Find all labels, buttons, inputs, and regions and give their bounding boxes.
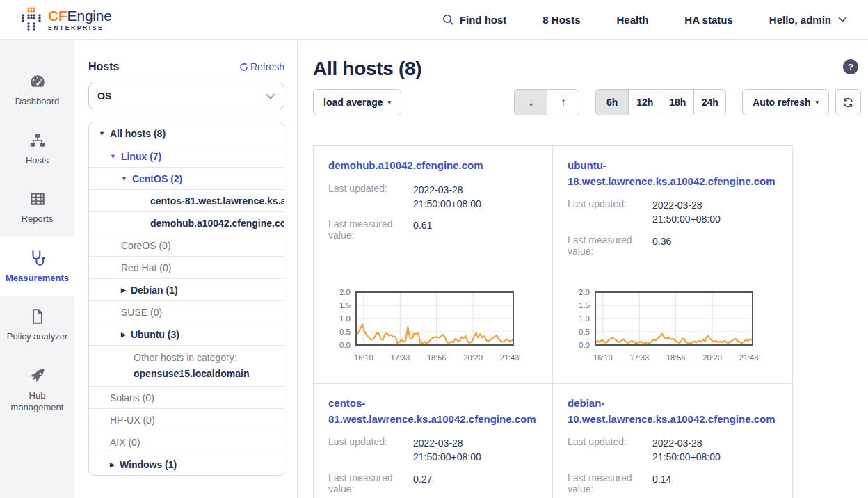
- svg-text:18:56: 18:56: [427, 353, 447, 362]
- last-updated-label: Last updated:: [568, 436, 652, 465]
- tree-item-redhat[interactable]: Red Hat (0): [89, 256, 284, 278]
- user-menu[interactable]: Hello, admin: [769, 14, 847, 26]
- caret-right-icon: ▶: [110, 461, 115, 468]
- brand-cf: CF: [48, 8, 67, 24]
- tree-label: Solaris (0): [110, 392, 154, 403]
- host-link[interactable]: ubuntu-18.west.lawrence.ks.a10042.cfengi…: [568, 158, 778, 189]
- find-host-label: Find host: [460, 14, 507, 26]
- cfengine-logo[interactable]: CFEngine ENTERPRISE: [21, 6, 112, 33]
- nav-hosts-count[interactable]: 8 Hosts: [542, 14, 580, 26]
- sort-direction-group: ↓ ↑: [514, 89, 579, 115]
- main-content: All hosts (8) ? load average ▾ ↓ ↑ 6h 12…: [298, 40, 868, 498]
- time-range-18h[interactable]: 18h: [661, 89, 693, 115]
- stethoscope-icon: [29, 249, 47, 267]
- metric-dropdown[interactable]: load average ▾: [313, 89, 401, 115]
- other-hosts-label: Other hosts in category:: [134, 352, 237, 363]
- last-measured-value: 0.14: [652, 472, 757, 495]
- caret-right-icon: ▶: [121, 287, 126, 294]
- brand-text: CFEngine ENTERPRISE: [48, 8, 112, 31]
- caret-down-icon: ▼: [99, 130, 105, 137]
- sidebar-item-label: Hosts: [26, 154, 49, 167]
- page-title: All hosts (8): [313, 58, 421, 80]
- hosts-refresh-link[interactable]: Refresh: [239, 61, 284, 72]
- auto-refresh-dropdown[interactable]: Auto refresh ▾: [742, 89, 829, 115]
- sort-descending-button[interactable]: ↓: [514, 89, 547, 115]
- svg-text:17:33: 17:33: [391, 353, 410, 362]
- time-range-label: 18h: [669, 97, 686, 108]
- tree-item-centos[interactable]: ▼CentOS (2): [89, 167, 284, 189]
- host-link[interactable]: debian-10.west.lawrence.ks.a10042.cfengi…: [568, 396, 778, 427]
- hosts-count-label: 8 Hosts: [542, 14, 580, 26]
- rocket-icon: [29, 367, 47, 385]
- tree-item-ubuntu[interactable]: ▶Ubuntu (3): [89, 323, 284, 345]
- sidebar-item-hosts[interactable]: Hosts: [0, 120, 74, 179]
- svg-text:20:20: 20:20: [463, 353, 483, 362]
- tree-label: centos-81.west.lawrence.ks.a10042.cfengi…: [150, 195, 284, 207]
- tree-item-all-hosts[interactable]: ▼All hosts (8): [89, 122, 284, 145]
- tree-label: Red Hat (0): [121, 262, 171, 273]
- caret-right-icon: ▶: [121, 331, 126, 338]
- tree-label: SUSE (0): [121, 307, 162, 318]
- svg-text:1.0: 1.0: [339, 314, 351, 323]
- cfengine-logo-icon: [21, 6, 42, 33]
- last-updated-value: 2022-03-28 21:50:00+08:00: [652, 436, 757, 465]
- arrow-up-icon: ↑: [561, 97, 566, 108]
- svg-text:20:20: 20:20: [702, 353, 722, 362]
- tree-item-solaris[interactable]: Solaris (0): [89, 386, 284, 408]
- tree-item-host-demohub[interactable]: demohub.a10042.cfengine.com: [89, 211, 284, 234]
- tree-item-windows[interactable]: ▶Windows (1): [89, 453, 284, 475]
- nav-health[interactable]: Health: [617, 14, 649, 26]
- tree-label: All hosts (8): [110, 128, 166, 139]
- tree-item-suse[interactable]: SUSE (0): [89, 300, 284, 323]
- sidebar-item-label: Policy analyzer: [7, 330, 67, 343]
- svg-text:1.5: 1.5: [579, 301, 590, 310]
- time-range-24h[interactable]: 24h: [693, 89, 726, 115]
- file-icon: [29, 307, 47, 326]
- time-range-12h[interactable]: 12h: [628, 89, 661, 115]
- tree-item-linux[interactable]: ▼Linux (7): [89, 145, 284, 167]
- search-icon: [442, 14, 454, 26]
- table-icon: [29, 190, 47, 208]
- nav-ha-status[interactable]: HA status: [684, 14, 732, 26]
- os-filter-select[interactable]: OS: [88, 83, 284, 109]
- host-link[interactable]: demohub.a10042.cfengine.com: [328, 158, 538, 174]
- svg-text:1.0: 1.0: [579, 314, 590, 323]
- tree-item-hpux[interactable]: HP-UX (0): [89, 408, 284, 431]
- sidebar-item-hub-management[interactable]: Hub management: [0, 355, 74, 426]
- last-updated-value: 2022-03-28 21:50:00+08:00: [652, 198, 757, 227]
- question-mark-icon: ?: [848, 62, 853, 72]
- help-button[interactable]: ?: [843, 59, 858, 74]
- auto-refresh-label: Auto refresh: [753, 97, 810, 108]
- tree-item-other-hosts[interactable]: Other hosts in category: opensuse15.loca…: [89, 345, 284, 386]
- sidebar-item-dashboard[interactable]: Dashboard: [0, 61, 74, 120]
- tree-item-host-centos-81[interactable]: centos-81.west.lawrence.ks.a10042.cfengi…: [89, 189, 284, 211]
- chevron-down-icon: [838, 17, 847, 22]
- tree-label: Debian (1): [131, 284, 178, 296]
- time-range-group: 6h 12h 18h 24h: [595, 89, 726, 115]
- tree-label: Linux (7): [121, 151, 161, 162]
- caret-down-icon: ▾: [815, 99, 819, 106]
- tree-label: Windows (1): [120, 459, 177, 470]
- sidebar-item-label: Hub management: [4, 389, 70, 414]
- sidebar-item-measurements[interactable]: Measurements: [0, 237, 74, 296]
- tree-label: Ubuntu (3): [131, 329, 179, 340]
- sidebar-item-policy-analyzer[interactable]: Policy analyzer: [0, 296, 74, 355]
- svg-text:1.5: 1.5: [339, 301, 351, 310]
- tree-item-debian[interactable]: ▶Debian (1): [89, 278, 284, 300]
- brand-engine: Engine: [67, 8, 112, 24]
- ha-status-label: HA status: [684, 14, 732, 26]
- tree-item-aix[interactable]: AIX (0): [89, 431, 284, 453]
- host-link[interactable]: centos-81.west.lawrence.ks.a10042.cfengi…: [328, 396, 538, 427]
- time-range-6h[interactable]: 6h: [595, 89, 628, 115]
- svg-text:0.0: 0.0: [579, 341, 590, 349]
- tree-item-host-opensuse15[interactable]: opensuse15.localdomain: [134, 368, 250, 379]
- find-host-search[interactable]: Find host: [442, 14, 507, 26]
- icon-sidebar: Dashboard Hosts Reports Measurements Pol…: [0, 40, 74, 498]
- sort-ascending-button[interactable]: ↑: [547, 89, 579, 115]
- tree-item-coreos[interactable]: CoreOS (0): [89, 234, 284, 256]
- host-card: centos-81.west.lawrence.ks.a10042.cfengi…: [314, 383, 553, 498]
- sidebar-item-reports[interactable]: Reports: [0, 178, 74, 237]
- load-average-chart: 0.00.51.01.52.016:1017:3318:5620:2021:43: [568, 289, 778, 374]
- refresh-button[interactable]: [835, 89, 861, 115]
- chevron-down-icon: [266, 93, 275, 99]
